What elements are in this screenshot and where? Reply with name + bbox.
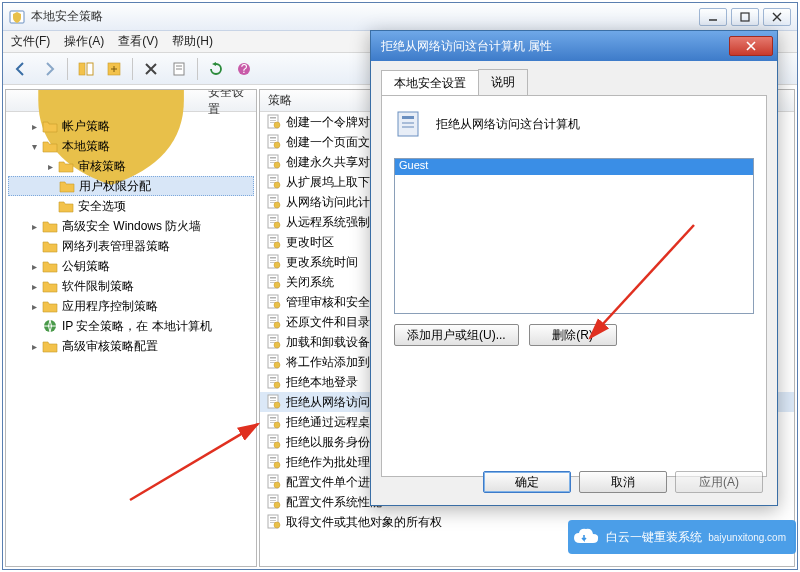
svg-rect-84 — [270, 400, 276, 401]
svg-rect-58 — [270, 297, 276, 299]
tree-item[interactable]: ▸应用程序控制策略 — [8, 296, 254, 316]
dialog-close-button[interactable] — [729, 36, 773, 56]
remove-button[interactable]: 删除(R) — [529, 324, 617, 346]
svg-rect-114 — [270, 520, 276, 521]
tab-explain[interactable]: 说明 — [478, 69, 528, 95]
tab-page: 拒绝从网络访问这台计算机 Guest 添加用户或组(U)... 删除(R) — [381, 95, 767, 477]
policy-label: 创建永久共享对象 — [286, 154, 382, 171]
svg-rect-54 — [270, 280, 276, 281]
maximize-button[interactable] — [731, 8, 759, 26]
svg-point-36 — [274, 202, 280, 208]
tree-item[interactable]: 安全选项 — [8, 196, 254, 216]
svg-rect-34 — [270, 200, 276, 201]
show-tree-button[interactable] — [74, 57, 98, 81]
dialog-titlebar[interactable]: 拒绝从网络访问这台计算机 属性 — [371, 31, 777, 61]
tree-item-label: 安全选项 — [78, 198, 126, 215]
tree-item-label: 网络列表管理器策略 — [62, 238, 170, 255]
svg-rect-99 — [270, 460, 276, 461]
tree-panel: 安全设置 ▸帐户策略▾本地策略▸审核策略用户权限分配安全选项▸高级安全 Wind… — [5, 89, 257, 567]
tree-item[interactable]: ▸高级审核策略配置 — [8, 336, 254, 356]
tree-header: 安全设置 — [208, 89, 248, 118]
menu-view[interactable]: 查看(V) — [118, 33, 158, 50]
ok-button[interactable]: 确定 — [483, 471, 571, 493]
users-listbox[interactable]: Guest — [394, 158, 754, 314]
svg-rect-48 — [270, 257, 276, 259]
expand-icon[interactable]: ▸ — [44, 161, 56, 172]
svg-rect-74 — [270, 360, 276, 361]
svg-rect-120 — [402, 126, 414, 128]
policy-label: 创建一个令牌对象 — [286, 114, 382, 131]
nav-back-button[interactable] — [9, 57, 33, 81]
svg-rect-64 — [270, 320, 276, 321]
add-user-button[interactable]: 添加用户或组(U)... — [394, 324, 519, 346]
svg-rect-98 — [270, 457, 276, 459]
listbox-item[interactable]: Guest — [395, 159, 753, 175]
tree-item-label: 公钥策略 — [62, 258, 110, 275]
tabstrip: 本地安全设置 说明 — [371, 61, 777, 95]
menu-action[interactable]: 操作(A) — [64, 33, 104, 50]
svg-rect-118 — [402, 116, 414, 119]
expand-icon[interactable]: ▸ — [28, 221, 40, 232]
tree-item[interactable]: IP 安全策略，在 本地计算机 — [8, 316, 254, 336]
svg-point-21 — [274, 142, 280, 148]
refresh-button[interactable] — [204, 57, 228, 81]
svg-rect-78 — [270, 377, 276, 379]
close-button[interactable] — [763, 8, 791, 26]
svg-rect-68 — [270, 337, 276, 339]
svg-point-101 — [274, 462, 280, 468]
svg-rect-59 — [270, 300, 276, 301]
tree-item-label: 软件限制策略 — [62, 278, 134, 295]
menu-file[interactable]: 文件(F) — [11, 33, 50, 50]
tree-item[interactable]: ▸高级安全 Windows 防火墙 — [8, 216, 254, 236]
toolbar-separator — [132, 58, 133, 80]
svg-point-81 — [274, 382, 280, 388]
svg-rect-29 — [270, 180, 276, 181]
export-list-button[interactable] — [102, 57, 126, 81]
tree-item[interactable]: ▸公钥策略 — [8, 256, 254, 276]
svg-point-116 — [274, 522, 280, 528]
svg-rect-44 — [270, 240, 276, 241]
svg-rect-79 — [270, 380, 276, 381]
svg-rect-4 — [87, 63, 93, 75]
policy-label: 拒绝本地登录 — [286, 374, 358, 391]
apply-button: 应用(A) — [675, 471, 763, 493]
svg-rect-119 — [402, 122, 414, 124]
svg-rect-2 — [741, 13, 749, 21]
svg-rect-19 — [270, 140, 276, 141]
expand-icon[interactable]: ▸ — [28, 261, 40, 272]
tree-item-label: 高级安全 Windows 防火墙 — [62, 218, 201, 235]
watermark: 白云一键重装系统 baiyunxitong.com — [568, 520, 796, 554]
svg-point-46 — [274, 242, 280, 248]
tree-item[interactable]: ▸软件限制策略 — [8, 276, 254, 296]
policy-label: 创建一个页面文件 — [286, 134, 382, 151]
svg-rect-43 — [270, 237, 276, 239]
expand-icon[interactable]: ▾ — [28, 141, 40, 152]
svg-point-26 — [274, 162, 280, 168]
delete-button[interactable] — [139, 57, 163, 81]
policy-name: 拒绝从网络访问这台计算机 — [436, 116, 580, 133]
cloud-icon — [572, 527, 600, 547]
svg-rect-113 — [270, 517, 276, 519]
properties-button[interactable] — [167, 57, 191, 81]
minimize-button[interactable] — [699, 8, 727, 26]
svg-point-86 — [274, 402, 280, 408]
nav-forward-button[interactable] — [37, 57, 61, 81]
tab-local-security[interactable]: 本地安全设置 — [381, 70, 479, 96]
expand-icon[interactable]: ▸ — [28, 121, 40, 132]
expand-icon[interactable]: ▸ — [28, 301, 40, 312]
policy-label: 取得文件或其他对象的所有权 — [286, 514, 442, 531]
window-title: 本地安全策略 — [31, 8, 699, 25]
svg-rect-94 — [270, 440, 276, 441]
expand-icon[interactable]: ▸ — [28, 341, 40, 352]
tree-item[interactable]: 网络列表管理器策略 — [8, 236, 254, 256]
toolbar-separator — [197, 58, 198, 80]
expand-icon[interactable]: ▸ — [28, 281, 40, 292]
cancel-button[interactable]: 取消 — [579, 471, 667, 493]
properties-dialog: 拒绝从网络访问这台计算机 属性 本地安全设置 说明 拒绝从网络访问这台计算机 G… — [370, 30, 778, 506]
svg-point-61 — [274, 302, 280, 308]
help-button[interactable]: ? — [232, 57, 256, 81]
tree-item-label: 用户权限分配 — [79, 178, 151, 195]
menu-help[interactable]: 帮助(H) — [172, 33, 213, 50]
svg-rect-93 — [270, 437, 276, 439]
tree-item-label: IP 安全策略，在 本地计算机 — [62, 318, 212, 335]
